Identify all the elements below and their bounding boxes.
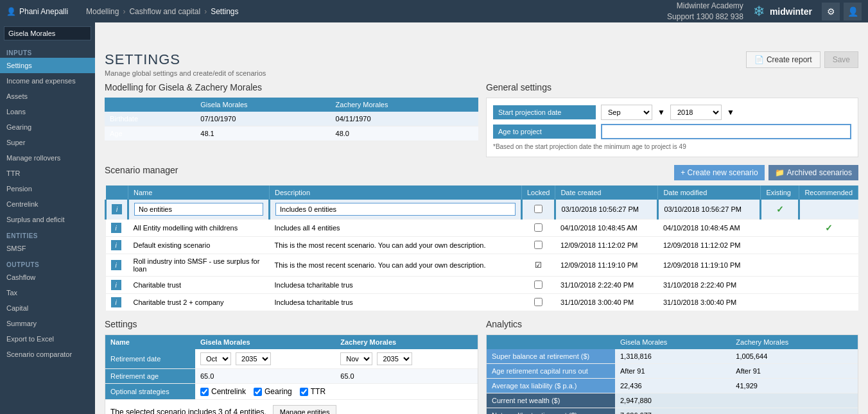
create-report-button[interactable]: 📄 Create report (746, 51, 820, 68)
date-modified-cell: 31/10/2018 2:22:40 PM (658, 277, 761, 294)
lock-checkbox[interactable] (534, 280, 542, 289)
zachery-retirement-month[interactable]: Nov (340, 352, 372, 365)
retirement-date-gisela: Oct 2035 (195, 349, 335, 369)
sidebar-item-pension[interactable]: Pension (0, 181, 95, 196)
ttr-checkbox[interactable] (300, 388, 308, 396)
brand-logo: ❄ midwinter (753, 3, 812, 20)
modelling-title: Modelling for Gisela & Zachery Morales (105, 82, 478, 92)
info-icon[interactable]: i (111, 260, 121, 270)
info-icon[interactable]: i (111, 297, 121, 307)
scenario-desc-cell: Includes all 4 entities (270, 220, 522, 237)
optional-strategies-label: Optional strategies (105, 384, 195, 400)
lock-checkbox[interactable] (534, 205, 542, 213)
recommended-cell: ✓ (799, 220, 858, 237)
sidebar-item-surplus[interactable]: Surplus and deficit (0, 212, 95, 227)
gisela-retirement-year[interactable]: 2035 (236, 352, 271, 365)
analytics-row: Super balance at retirement ($) 1,318,81… (487, 349, 858, 364)
retirement-date-zachery: Nov 2035 (335, 349, 478, 369)
create-scenario-button[interactable]: + Create new scenario (674, 165, 764, 180)
analytics-row-label: Age retirement capital runs out (487, 364, 615, 379)
scenario-manager-title: Scenario manager (105, 165, 178, 175)
sidebar-item-comparator[interactable]: Scenario comparator (0, 347, 95, 362)
page-header: SETTINGS Manage global settings and crea… (105, 51, 266, 77)
date-created-cell: 03/10/2018 10:56:27 PM (555, 200, 658, 220)
lock-checkbox[interactable] (534, 241, 542, 249)
analytics-row-label: Current net wealth ($) (487, 393, 615, 408)
entities-row: The selected scenario includes 3 of 4 en… (105, 400, 478, 414)
list-item[interactable]: i All Entity modelling with childrens In… (106, 220, 858, 237)
sidebar-item-smsf[interactable]: SMSF (0, 241, 95, 256)
list-item[interactable]: i Default existing scenario This is the … (106, 237, 858, 254)
start-year-select[interactable]: 2018 (670, 105, 722, 120)
zachery-retirement-year[interactable]: 2035 (377, 352, 412, 365)
scenario-desc-input[interactable] (275, 203, 516, 216)
list-item[interactable]: i Charitable trust Includesa tcharitable… (106, 277, 858, 294)
bottom-section: Settings Name Gisela Morales Zachery Mor… (105, 319, 858, 414)
existing-cell (761, 277, 799, 294)
sidebar-item-assets[interactable]: Assets (0, 89, 95, 104)
date-modified-cell: 31/10/2018 3:00:40 PM (658, 294, 761, 311)
existing-cell (761, 294, 799, 311)
date-created-cell: 12/09/2018 11:12:02 PM (555, 237, 658, 254)
analytics-row: Net wealth at retirement ($) 7,626,677 (487, 408, 858, 415)
gearing-checkbox[interactable] (254, 388, 262, 396)
existing-cell (761, 237, 799, 254)
sidebar-item-summary[interactable]: Summary (0, 316, 95, 331)
lock-checkbox[interactable] (534, 223, 542, 232)
general-settings-panel: Start projection date Sep ▼ 2018 ▼ Age t… (486, 98, 858, 157)
start-projection-label: Start projection date (493, 105, 596, 119)
analytics-zachery-value (731, 393, 858, 408)
archived-scenarios-button[interactable]: 📁 Archived scenarios (768, 165, 858, 180)
scenario-name-input[interactable] (134, 203, 263, 216)
analytics-row-label: Super balance at retirement ($) (487, 349, 615, 364)
sidebar-section-entities: ENTITIES (0, 227, 95, 241)
modelling-table: Gisela Morales Zachery Morales Birthdate… (105, 98, 478, 141)
toolbar-actions: 📄 Create report Save (746, 51, 858, 68)
sidebar-item-rollovers[interactable]: Manage rollovers (0, 150, 95, 166)
sidebar-item-loans[interactable]: Loans (0, 104, 95, 119)
sidebar-item-settings[interactable]: Settings (0, 58, 95, 73)
sidebar-item-income[interactable]: Income and expenses (0, 73, 95, 89)
centrelink-checkbox[interactable] (200, 388, 209, 396)
gisela-retirement-month[interactable]: Oct (200, 352, 231, 365)
sidebar-item-export[interactable]: Export to Excel (0, 331, 95, 347)
info-icon[interactable]: i (112, 204, 122, 214)
settings-col-name: Name (105, 335, 195, 349)
settings-icon[interactable]: ⚙ (822, 3, 840, 21)
breadcrumb-modelling[interactable]: Modelling (86, 7, 119, 16)
breadcrumb-cashflow[interactable]: Cashflow and capital (129, 7, 200, 16)
user-name: Phani Anepalli (19, 7, 68, 16)
scenario-col-existing: Existing (761, 185, 799, 200)
list-item[interactable]: i Roll industry into SMSF - use surplus … (106, 254, 858, 277)
sidebar-item-super[interactable]: Super (0, 135, 95, 150)
manage-entities-button[interactable]: Manage entities (273, 405, 337, 414)
sidebar-item-gearing[interactable]: Gearing (0, 119, 95, 135)
info-icon[interactable]: i (111, 223, 121, 233)
lock-checkbox[interactable] (534, 298, 542, 306)
sidebar-item-cashflow[interactable]: Cashflow (0, 270, 95, 285)
age-to-project-input[interactable]: 90 (601, 124, 851, 139)
retirement-age-zachery: 65.0 (335, 369, 478, 384)
scenario-table: Name Description Locked Date created Dat… (105, 185, 858, 311)
sidebar-item-centrelink[interactable]: Centrelink (0, 196, 95, 212)
sidebar-item-ttr[interactable]: TTR (0, 166, 95, 181)
scenario-manager-section: Scenario manager + Create new scenario 📁… (105, 165, 858, 311)
mod-col-gisela: Gisela Morales (195, 98, 330, 112)
scenario-desc-cell: Includesa tcharitable trus (270, 277, 522, 294)
gisela-value: 48.1 (195, 126, 330, 141)
optional-strategies-row: Optional strategies Centrelink Gearing T… (105, 384, 478, 400)
existing-cell (761, 220, 799, 237)
sidebar-item-tax[interactable]: Tax (0, 285, 95, 300)
info-icon[interactable]: i (111, 280, 121, 290)
search-input[interactable] (4, 26, 91, 40)
analytics-zachery-value: 1,005,644 (731, 349, 858, 364)
info-icon[interactable]: i (111, 240, 121, 250)
user-profile-icon[interactable]: 👤 (844, 3, 862, 21)
sidebar-section-inputs: INPUTS (0, 44, 95, 58)
list-item[interactable]: i Charitable trust 2 + company Includesa… (106, 294, 858, 311)
list-item[interactable]: i 03/10/2018 10:56:27 PM 03/10/2018 10:5… (106, 200, 858, 220)
start-month-select[interactable]: Sep (601, 105, 652, 120)
sidebar-item-capital[interactable]: Capital (0, 300, 95, 316)
save-button[interactable]: Save (824, 51, 858, 68)
existing-cell: ✓ (761, 200, 799, 220)
